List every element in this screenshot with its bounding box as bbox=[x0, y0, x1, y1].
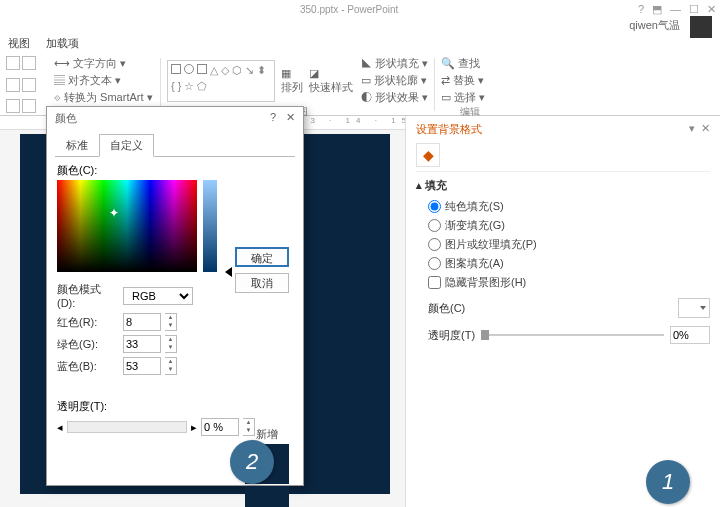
red-spinner[interactable]: ▲▼ bbox=[165, 313, 177, 331]
dialog-title: 颜色 bbox=[55, 111, 77, 126]
menu-view[interactable]: 视图 bbox=[8, 36, 30, 54]
avatar[interactable] bbox=[690, 16, 712, 38]
crosshair-icon: ✦ bbox=[109, 206, 119, 220]
shape-effects[interactable]: ◐ 形状效果 ▾ bbox=[361, 90, 428, 105]
indent-inc-icon[interactable] bbox=[22, 78, 36, 92]
color-label: 颜色(C) bbox=[428, 301, 465, 316]
color-gradient[interactable]: ✦ bbox=[57, 180, 197, 272]
replace-button[interactable]: ⇄ 替换 ▾ bbox=[441, 73, 499, 88]
help-icon[interactable]: ? bbox=[638, 3, 644, 16]
shapes-gallery[interactable]: △◇⬡ ↘⬍{}☆⬠ bbox=[167, 60, 275, 102]
opt-hide-bg[interactable]: 隐藏背景图形(H) bbox=[428, 275, 710, 290]
blue-input[interactable] bbox=[123, 357, 161, 375]
dlg-transparency-label: 透明度(T): bbox=[57, 399, 293, 414]
pane-close-icon[interactable]: ✕ bbox=[701, 122, 710, 134]
color-picker-button[interactable] bbox=[678, 298, 710, 318]
green-label: 绿色(G): bbox=[57, 337, 119, 352]
columns-icon[interactable] bbox=[22, 99, 36, 113]
indent-dec-icon[interactable] bbox=[6, 78, 20, 92]
transparency-slider[interactable] bbox=[481, 334, 664, 336]
pane-title: 设置背景格式 bbox=[416, 122, 482, 137]
callout-1: 1 bbox=[646, 460, 690, 504]
bullets-icon[interactable] bbox=[6, 56, 20, 70]
opt-picture-fill[interactable]: 图片或纹理填充(P) bbox=[428, 237, 710, 252]
align-text[interactable]: ▤ 对齐文本 ▾ bbox=[54, 73, 154, 88]
color-mode-select[interactable]: RGB bbox=[123, 287, 193, 305]
minimize-icon[interactable]: — bbox=[670, 3, 681, 16]
current-color-swatch bbox=[245, 486, 289, 507]
select-button[interactable]: ▭ 选择 ▾ bbox=[441, 90, 499, 105]
find-button[interactable]: 🔍 查找 bbox=[441, 56, 499, 71]
green-input[interactable] bbox=[123, 335, 161, 353]
mode-label: 颜色模式(D): bbox=[57, 282, 119, 309]
blue-spinner[interactable]: ▲▼ bbox=[165, 357, 177, 375]
opt-pattern-fill[interactable]: 图案填充(A) bbox=[428, 256, 710, 271]
dlg-transparency-slider[interactable] bbox=[67, 421, 187, 433]
luminance-bar[interactable] bbox=[203, 180, 217, 272]
numbering-icon[interactable] bbox=[22, 56, 36, 70]
arrange-button[interactable]: ▦排列 bbox=[281, 67, 303, 95]
chevron-left-icon[interactable]: ◂ bbox=[57, 421, 63, 434]
format-background-pane: 设置背景格式 ▾ ✕ ◆ ▴ 填充 纯色填充(S) 渐变填充(G) 图片或纹理填… bbox=[405, 116, 720, 507]
tab-standard[interactable]: 标准 bbox=[55, 134, 99, 157]
pane-menu-icon[interactable]: ▾ bbox=[689, 122, 695, 134]
fill-tab-icon[interactable]: ◆ bbox=[416, 143, 440, 167]
red-label: 红色(R): bbox=[57, 315, 119, 330]
ribbon-opts-icon[interactable]: ⬒ bbox=[652, 3, 662, 16]
chevron-right-icon[interactable]: ▸ bbox=[191, 421, 197, 434]
quickstyle-button[interactable]: ◪快速样式 bbox=[309, 67, 353, 95]
dlg-transparency-input[interactable] bbox=[201, 418, 239, 436]
convert-smartart[interactable]: ⟐ 转换为 SmartArt ▾ bbox=[54, 90, 154, 105]
align-icon[interactable] bbox=[6, 99, 20, 113]
green-spinner[interactable]: ▲▼ bbox=[165, 335, 177, 353]
menu-addins[interactable]: 加载项 bbox=[46, 36, 79, 54]
transparency-label: 透明度(T) bbox=[428, 328, 475, 343]
luminance-pointer-icon[interactable] bbox=[225, 267, 232, 277]
maximize-icon[interactable]: ☐ bbox=[689, 3, 699, 16]
shape-fill[interactable]: ◣ 形状填充 ▾ bbox=[361, 56, 428, 71]
text-direction[interactable]: ⟷ 文字方向 ▾ bbox=[54, 56, 154, 71]
opt-solid-fill[interactable]: 纯色填充(S) bbox=[428, 199, 710, 214]
doc-title: 350.pptx - PowerPoint bbox=[300, 4, 398, 15]
shape-outline[interactable]: ▭ 形状轮廓 ▾ bbox=[361, 73, 428, 88]
callout-2: 2 bbox=[230, 440, 274, 484]
opt-gradient-fill[interactable]: 渐变填充(G) bbox=[428, 218, 710, 233]
color-dialog: 颜色 ?✕ 标准 自定义 确定 取消 颜色(C): ✦ 颜色模式(D): RGB… bbox=[46, 106, 304, 486]
transparency-input[interactable] bbox=[670, 326, 710, 344]
dialog-close-icon[interactable]: ✕ bbox=[286, 111, 295, 126]
user-name[interactable]: qiwen气温 bbox=[629, 19, 680, 31]
tab-custom[interactable]: 自定义 bbox=[99, 134, 154, 157]
blue-label: 蓝色(B): bbox=[57, 359, 119, 374]
section-fill[interactable]: ▴ 填充 bbox=[416, 178, 710, 193]
colors-label: 颜色(C): bbox=[57, 163, 293, 178]
close-icon[interactable]: ✕ bbox=[707, 3, 716, 16]
dialog-help-icon[interactable]: ? bbox=[270, 111, 276, 126]
red-input[interactable] bbox=[123, 313, 161, 331]
